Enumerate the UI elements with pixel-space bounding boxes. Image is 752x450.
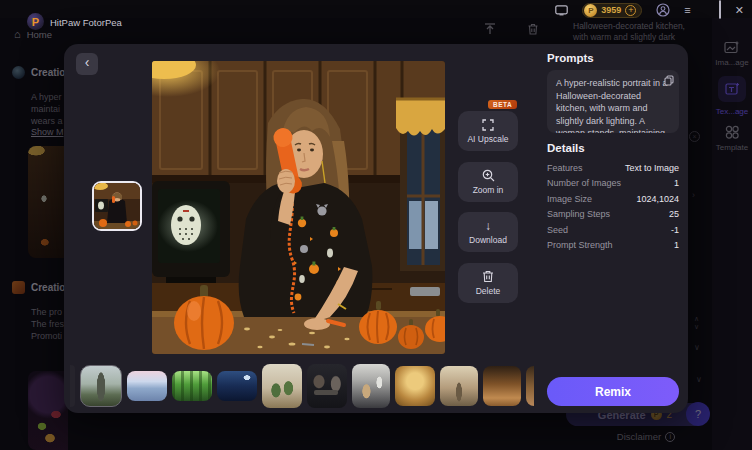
details-list: Features Text to Image Number of Images …: [547, 160, 679, 253]
thumbnail-warm-interior-2[interactable]: [526, 366, 534, 406]
download-button[interactable]: ↓ Download: [458, 212, 518, 252]
zoom-in-button[interactable]: Zoom in: [458, 162, 518, 202]
coin-balance-badge[interactable]: P 3959 +: [582, 3, 642, 18]
download-icon: ↓: [485, 219, 491, 232]
app-logo: P: [27, 13, 44, 30]
upscale-icon: [482, 118, 494, 131]
menu-icon[interactable]: ≡: [684, 4, 690, 16]
detail-row: Sampling Steps 25: [547, 207, 679, 223]
thumbnail-forest[interactable]: [172, 371, 212, 401]
prompt-text: A hyper-realistic portrait in a Hallowee…: [556, 77, 670, 133]
thumbnail-edge[interactable]: [70, 365, 75, 407]
magnifier-plus-icon: [482, 169, 495, 182]
coin-balance: 3959: [601, 5, 621, 15]
prompt-textbox[interactable]: A hyper-realistic portrait in a Hallowee…: [547, 70, 679, 133]
image-detail-modal: ‹: [64, 44, 688, 413]
detail-row: Prompt Strength 1: [547, 238, 679, 254]
add-coins-icon[interactable]: +: [625, 5, 636, 16]
thumbnail-warm-interior[interactable]: [483, 366, 521, 406]
thumbnail-strip[interactable]: [68, 361, 534, 411]
maximize-button[interactable]: [719, 1, 721, 19]
thumbnail-anime[interactable]: [262, 364, 302, 408]
titlebar: P HitPaw FotorPea P 3959 + ≡ ✕: [0, 0, 752, 34]
thumbnail-ocean-sunset[interactable]: [127, 371, 167, 401]
delete-button[interactable]: Delete: [458, 263, 518, 303]
trash-icon: [482, 270, 494, 283]
remix-button[interactable]: Remix: [547, 377, 679, 406]
selected-version-thumbnail[interactable]: [92, 181, 142, 231]
app-title: HitPaw FotorPea: [50, 17, 122, 28]
screen-icon[interactable]: [554, 3, 568, 17]
beta-badge: BETA: [488, 100, 517, 109]
detail-row: Number of Images 1: [547, 176, 679, 192]
thumbnail-gallery-person[interactable]: [352, 364, 390, 408]
close-button[interactable]: ✕: [735, 4, 744, 17]
prompts-heading: Prompts: [547, 52, 594, 64]
generated-image[interactable]: [152, 61, 445, 354]
detail-row: Features Text to Image: [547, 160, 679, 176]
detail-row: Image Size 1024,1024: [547, 191, 679, 207]
copy-icon[interactable]: [664, 75, 674, 86]
thumbnail-night-ocean[interactable]: [217, 371, 257, 401]
detail-row: Seed -1: [547, 222, 679, 238]
thumbnail-sepia-street[interactable]: [440, 366, 478, 406]
thumbnail-golden-statues[interactable]: [395, 366, 435, 406]
thumbnail-group-photo[interactable]: [307, 364, 347, 408]
coin-icon: P: [584, 4, 597, 17]
app-window: ⌂ Home Creation A hyper maintai wears a …: [0, 0, 752, 450]
back-button[interactable]: ‹: [76, 53, 98, 75]
account-icon[interactable]: [656, 3, 670, 17]
ai-upscale-button[interactable]: AI Upscale: [458, 111, 518, 151]
details-heading: Details: [547, 142, 585, 154]
thumbnail-statue[interactable]: [80, 365, 122, 407]
